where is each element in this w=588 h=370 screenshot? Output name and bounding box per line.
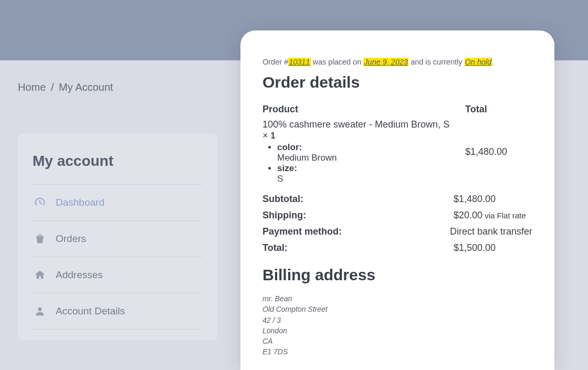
order-summary-prefix: Order # <box>262 58 288 66</box>
totals-label: Total: <box>262 242 288 253</box>
variation-value: S <box>277 174 457 184</box>
totals-row-total: Total: $1,500.00 <box>262 242 532 253</box>
billing-address: mr. Bean Old Compton Street 42 / 3 Londo… <box>262 293 532 357</box>
address-line: mr. Bean <box>262 293 532 304</box>
dashboard-icon <box>34 196 46 209</box>
totals-value: Direct bank transfer <box>450 226 532 237</box>
account-nav-title: My account <box>33 153 203 170</box>
order-summary-suffix: . <box>492 58 494 66</box>
sidebar-item-label: Account Details <box>56 305 125 317</box>
totals-label: Subtotal: <box>262 194 303 205</box>
sidebar-item-label: Orders <box>56 233 86 245</box>
product-line-total: $1,480.00 <box>465 146 532 157</box>
billing-address-heading: Billing address <box>262 266 532 284</box>
user-icon <box>34 305 46 318</box>
product-name: 100% cashmere sweater - Medium Brown, S <box>262 119 449 130</box>
order-date: June 9, 2023 <box>363 58 408 66</box>
totals-row-subtotal: Subtotal: $1,480.00 <box>262 194 532 205</box>
breadcrumb-separator: / <box>51 81 54 93</box>
column-product: Product <box>262 104 457 115</box>
basket-icon <box>34 232 46 245</box>
breadcrumb-home[interactable]: Home <box>18 81 46 93</box>
variation-label: size: <box>277 163 297 173</box>
totals-label: Payment method: <box>262 226 342 237</box>
address-line: London <box>262 325 532 336</box>
order-details-card: Order #10311 was placed on June 9, 2023 … <box>240 30 554 370</box>
address-line: CA <box>262 336 532 346</box>
product-variations: color: Medium Brown size: S <box>262 142 457 184</box>
totals-value: $1,500.00 <box>454 242 532 253</box>
product-qty-sep: × <box>262 130 271 141</box>
sidebar-item-label: Dashboard <box>56 197 104 208</box>
variation-size: size: S <box>277 163 457 184</box>
address-line: Old Compton Street <box>262 304 532 314</box>
sidebar-item-label: Addresses <box>56 269 103 281</box>
sidebar-item-addresses[interactable]: Addresses <box>33 257 203 293</box>
order-summary-text: was placed on <box>311 58 364 66</box>
order-details-heading: Order details <box>262 73 532 91</box>
variation-label: color: <box>277 142 302 152</box>
breadcrumb: Home / My Account <box>18 81 113 93</box>
account-nav-list: Dashboard Orders Addresses Account Detai… <box>33 184 203 330</box>
product-qty: 1 <box>271 131 276 140</box>
account-nav-card: My account Dashboard Orders Addresses Ac… <box>18 134 217 340</box>
sidebar-item-account-details[interactable]: Account Details <box>33 293 203 330</box>
totals-row-shipping: Shipping: $20.00 via Flat rate <box>262 210 532 221</box>
order-details-header-row: Product Total <box>262 104 532 115</box>
order-number: 10311 <box>288 58 310 66</box>
column-total: Total <box>465 104 532 115</box>
variation-color: color: Medium Brown <box>277 142 457 163</box>
sidebar-item-dashboard[interactable]: Dashboard <box>33 184 203 220</box>
home-icon <box>34 269 46 281</box>
variation-value: Medium Brown <box>277 153 457 163</box>
order-status: On hold <box>465 58 492 66</box>
order-summary-line: Order #10311 was placed on June 9, 2023 … <box>262 58 532 66</box>
sidebar-item-orders[interactable]: Orders <box>33 220 203 257</box>
totals-row-payment: Payment method: Direct bank transfer <box>262 226 532 237</box>
order-line-item: 100% cashmere sweater - Medium Brown, S … <box>262 119 532 184</box>
totals-value: $1,480.00 <box>454 194 532 205</box>
totals-value: $20.00 via Flat rate <box>454 210 532 221</box>
breadcrumb-current: My Account <box>59 81 113 93</box>
address-line: 42 / 3 <box>262 315 532 325</box>
order-summary-text: and is currently <box>408 58 464 66</box>
address-line: E1 7DS <box>262 346 532 357</box>
totals-label: Shipping: <box>262 210 306 221</box>
